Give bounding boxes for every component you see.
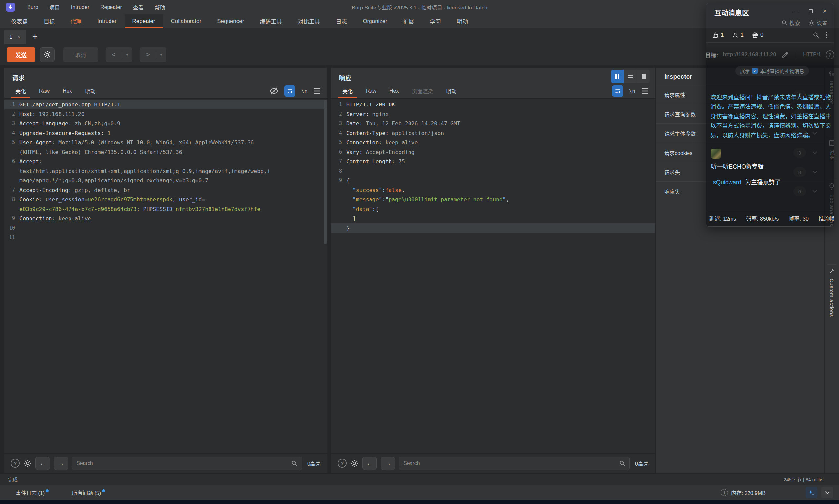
menu-icon[interactable] <box>313 88 321 94</box>
tool-tab[interactable]: 扩展 <box>395 14 422 28</box>
close-icon[interactable]: × <box>823 9 826 14</box>
editor-view-tab[interactable]: 美化 <box>9 84 32 98</box>
tool-tab[interactable]: 仪表盘 <box>3 14 36 28</box>
editor-view-tab[interactable]: Hex <box>383 84 405 98</box>
cancel-button[interactable]: 取消 <box>63 48 98 62</box>
editor-line[interactable]: 7Accept-Encoding: gzip, deflate, br <box>4 185 327 195</box>
editor-line[interactable]: 3Date: Thu, 12 Feb 2026 14:20:47 GMT <box>331 119 655 128</box>
editor-view-tab[interactable]: Raw <box>359 84 383 98</box>
editor-line[interactable]: 9{ <box>331 176 655 185</box>
event-log-tab[interactable]: 事件日志 (1) <box>16 489 49 497</box>
tool-tab[interactable]: Sequencer <box>209 14 252 28</box>
forward-dropdown-icon[interactable]: ▾ <box>156 53 166 57</box>
editor-line[interactable]: 5User-Agent: Mozilla/5.0 (Windows NT 10.… <box>4 138 327 147</box>
editor-view-tab[interactable]: 明动 <box>440 84 463 98</box>
menu-item[interactable]: Intruder <box>66 0 95 14</box>
tool-tab[interactable]: 对比工具 <box>290 14 328 28</box>
menu-item[interactable]: Repeater <box>95 0 127 14</box>
editor-line[interactable]: 10 <box>4 223 327 233</box>
minimize-icon[interactable] <box>794 11 799 12</box>
overlay-title-bar[interactable]: 互动消息区 × <box>706 3 834 17</box>
editor-line[interactable]: 1HTTP/1.1 200 OK <box>331 100 655 109</box>
newline-toggle-icon[interactable]: \n <box>301 88 308 94</box>
search-help-icon[interactable]: ? <box>11 459 20 468</box>
send-button[interactable]: 发送 <box>7 48 35 62</box>
editor-view-tab[interactable]: 明动 <box>79 84 102 98</box>
editor-line[interactable]: "success":false, <box>331 185 655 195</box>
collapse-panel-button[interactable] <box>821 487 833 499</box>
gift-message-toggle[interactable]: 展示 ✓ 本场直播的礼物消息 <box>735 66 809 76</box>
editor-line[interactable]: 8 <box>331 166 655 176</box>
chat-username[interactable]: sQuidward <box>713 179 741 186</box>
editor-line[interactable]: 4Content-Type: application/json <box>331 128 655 138</box>
tool-tab[interactable]: 明动 <box>449 14 476 28</box>
editor-view-tab[interactable]: 美化 <box>336 84 359 98</box>
search-input[interactable] <box>403 461 619 466</box>
menu-item[interactable]: 帮助 <box>149 0 171 14</box>
search-icon[interactable] <box>813 32 819 38</box>
close-tab-icon[interactable]: × <box>18 34 21 40</box>
editor-view-tab[interactable]: 页面渲染 <box>405 84 439 98</box>
add-tab-button[interactable]: + <box>31 32 41 44</box>
editor-line[interactable]: 3Accept-Language: zh-CN,zh;q=0.9 <box>4 119 327 128</box>
menu-item[interactable]: Burp <box>22 0 44 14</box>
word-wrap-icon[interactable] <box>284 86 295 96</box>
editor-line[interactable]: 2Host: 192.168.111.20 <box>4 109 327 119</box>
menu-item[interactable]: 查看 <box>127 0 149 14</box>
search-input[interactable] <box>76 461 291 466</box>
avatar[interactable] <box>711 149 721 159</box>
editor-line[interactable]: 6Vary: Accept-Encoding <box>331 147 655 157</box>
tool-tab[interactable]: 代理 <box>63 14 89 28</box>
overlay-settings-button[interactable]: 设置 <box>808 19 827 26</box>
editor-view-tab[interactable]: Raw <box>32 84 56 98</box>
editor-line[interactable]: } <box>331 223 655 233</box>
repeater-tab-1[interactable]: 1 × <box>4 30 26 44</box>
editor-line[interactable]: mage/apng,*/*;q=0.8,application/signed-e… <box>4 176 327 185</box>
back-dropdown-icon[interactable]: ▾ <box>122 53 132 57</box>
overlay-search-button[interactable]: 搜索 <box>781 19 800 26</box>
editor-line[interactable]: 9Connection: keep-alive <box>4 214 327 223</box>
editor-line[interactable]: 8Cookie: user_session=ue26rcaqd6c975mhtp… <box>4 195 327 204</box>
back-history-button[interactable]: < ▾ <box>106 48 132 62</box>
search-help-icon[interactable]: ? <box>338 459 346 468</box>
pause-button[interactable] <box>611 70 623 83</box>
search-prev-button[interactable]: ← <box>362 457 377 470</box>
tool-tab[interactable]: 学习 <box>422 14 449 28</box>
editor-line[interactable]: 5Connection: keep-alive <box>331 138 655 147</box>
word-wrap-icon[interactable] <box>612 86 623 96</box>
rail-tab-custom-actions[interactable]: Custom actions <box>825 268 839 317</box>
editor-line[interactable]: text/html,application/xhtml+xml,applicat… <box>4 166 327 176</box>
ai-assistant-button[interactable] <box>806 487 817 499</box>
tool-tab[interactable]: Collaborator <box>163 14 209 28</box>
editor-view-tab[interactable]: Hex <box>56 84 79 98</box>
search-next-button[interactable]: → <box>54 457 68 470</box>
response-editor[interactable]: 1HTTP/1.1 200 OK2Server: nginx3Date: Thu… <box>331 98 655 453</box>
editor-line[interactable]: ] <box>331 214 655 223</box>
tool-tab[interactable]: 目标 <box>36 14 63 28</box>
editor-line[interactable]: (KHTML, like Gecko) Chrome/135.0.0.0 Saf… <box>4 147 327 157</box>
newline-toggle-icon[interactable]: \n <box>629 88 635 94</box>
tool-tab[interactable]: 日志 <box>328 14 355 28</box>
search-prev-button[interactable]: ← <box>35 457 50 470</box>
tool-tab[interactable]: 编码工具 <box>252 14 290 28</box>
search-next-button[interactable]: → <box>381 457 395 470</box>
tool-tab[interactable]: Organizer <box>355 14 395 28</box>
search-settings-icon[interactable] <box>23 460 32 467</box>
checkbox-icon[interactable]: ✓ <box>752 68 758 74</box>
send-settings-button[interactable] <box>40 48 55 62</box>
tool-tab[interactable]: Repeater <box>124 14 163 28</box>
forward-history-button[interactable]: > ▾ <box>140 48 166 62</box>
editor-line[interactable]: 4Upgrade-Insecure-Requests: 1 <box>4 128 327 138</box>
menu-icon[interactable] <box>641 88 649 94</box>
editor-line[interactable]: 6Accept: <box>4 157 327 166</box>
stop-button[interactable] <box>637 70 650 83</box>
editor-line[interactable]: e03b9c29-c786-474a-b7c7-d9658a64cb73; PH… <box>4 204 327 214</box>
request-editor[interactable]: 1GET /api/get_phone.php HTTP/1.12Host: 1… <box>4 98 327 453</box>
editor-line[interactable]: "message":"page\u3001limit parameter not… <box>331 195 655 204</box>
editor-line[interactable]: 7Content-Length: 75 <box>331 157 655 166</box>
more-options-icon[interactable] <box>826 34 827 36</box>
stream-list-button[interactable] <box>624 70 637 83</box>
editor-line[interactable]: 1GET /api/get_phone.php HTTP/1.1 <box>4 100 327 109</box>
menu-item[interactable]: 项目 <box>44 0 66 14</box>
maximize-icon[interactable] <box>808 9 813 14</box>
